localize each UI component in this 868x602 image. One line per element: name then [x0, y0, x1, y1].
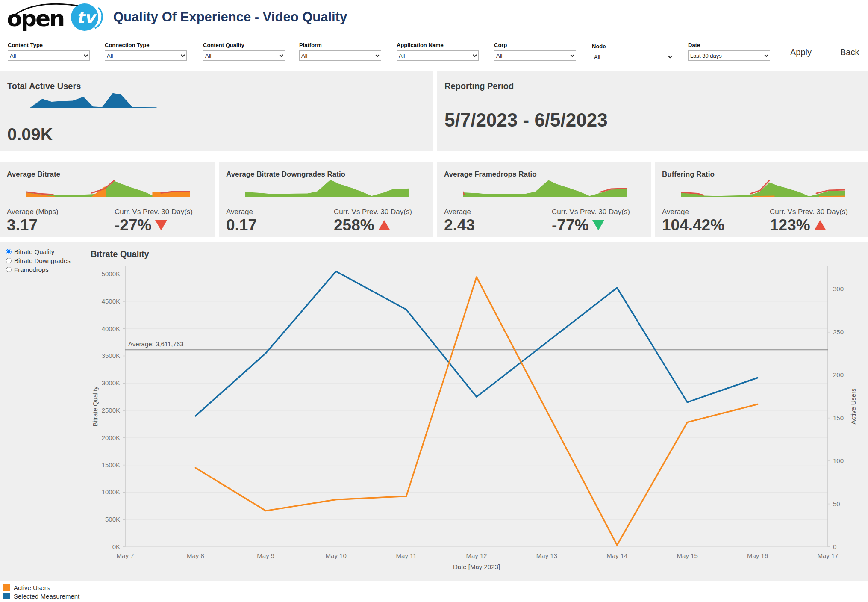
spark-area: [30, 93, 156, 108]
filter-label: Content Quality: [203, 42, 288, 48]
right-axis-title: Active Users: [850, 388, 857, 424]
avg-value: 2.43: [444, 216, 475, 234]
legend-swatch-blue: [3, 593, 10, 599]
legend-label: Selected Measurement: [14, 593, 79, 600]
filter-date: Date Last 30 days: [688, 42, 774, 61]
left-axis-tick-label: 5000K: [102, 270, 120, 277]
left-axis-tick-label: 1000K: [102, 488, 120, 496]
avg-label: Average (Mbps): [7, 208, 59, 216]
avg-label: Average: [662, 208, 689, 216]
bitrate-quality-chart: 0K500K1000K1500K2000K2500K3000K3500K4000…: [0, 242, 868, 581]
x-axis-tick-label: May 9: [257, 552, 274, 559]
application-name-select[interactable]: All: [397, 50, 479, 61]
spark-gridline: [0, 108, 433, 108]
series-line-active-users: [195, 277, 757, 545]
legend-swatch-orange: [3, 584, 10, 591]
page-title: Quality Of Experience - Video Quality: [113, 9, 347, 25]
total-active-users-sparkline: [30, 91, 163, 108]
card-title: Average Bitrate Downgrades Ratio: [226, 170, 345, 179]
spark-area: [681, 182, 845, 197]
total-active-users-value: 0.09K: [7, 125, 53, 144]
reporting-period-value: 5/7/2023 - 6/5/2023: [444, 109, 608, 131]
right-axis-tick-label: 100: [833, 457, 844, 464]
left-axis-tick-label: 2500K: [102, 407, 120, 414]
right-axis-tick-label: 150: [833, 414, 844, 422]
filter-content-type: Content Type All: [8, 42, 93, 61]
filter-label: Platform: [299, 42, 385, 48]
platform-select[interactable]: All: [299, 50, 381, 61]
left-axis-tick-label: 4500K: [102, 298, 120, 305]
filter-content-quality: Content Quality All: [203, 42, 288, 61]
spark-orange-area: [152, 192, 190, 197]
avg-label: Average: [226, 208, 253, 216]
connection-type-select[interactable]: All: [105, 50, 187, 61]
delta-label: Curr. Vs Prev. 30 Day(s): [552, 208, 630, 216]
delta-value: -27%: [115, 216, 167, 234]
avg-value: 3.17: [7, 216, 38, 234]
delta-triangle-icon: [592, 220, 604, 230]
x-axis-tick-label: May 14: [606, 552, 627, 559]
filter-corp: Corp All: [494, 42, 580, 61]
buffering-sparkline: [681, 179, 845, 197]
delta-label: Curr. Vs Prev. 30 Day(s): [334, 208, 412, 216]
content-quality-select[interactable]: All: [203, 50, 285, 61]
corp-select[interactable]: All: [494, 50, 576, 61]
spark-orange-area: [91, 186, 106, 197]
x-axis-tick-label: May 10: [326, 552, 347, 559]
reporting-period-card: Reporting Period 5/7/2023 - 6/5/2023: [437, 71, 868, 150]
right-axis-tick-label: 0: [833, 543, 836, 550]
filter-label: Application Name: [397, 42, 482, 48]
average-bitrate-card: Average Bitrate Average (Mbps) 3.17 Curr…: [0, 162, 215, 237]
average-line-label: Average: 3,611,763: [128, 340, 184, 348]
delta-value: 258%: [334, 216, 390, 234]
legend-item-active-users[interactable]: Active Users: [3, 583, 79, 592]
left-axis-tick-label: 1500K: [102, 461, 120, 469]
left-axis-tick-label: 3000K: [102, 379, 120, 387]
card-title: Total Active Users: [7, 81, 81, 91]
filter-label: Node: [592, 43, 677, 50]
left-axis-tick-label: 0K: [112, 543, 120, 550]
filter-label: Connection Type: [105, 42, 190, 48]
x-axis-title: Date [May 2023]: [453, 563, 500, 570]
card-title: Average Framedrops Ratio: [444, 170, 537, 179]
left-axis-tick-label: 3500K: [102, 352, 120, 359]
right-axis-tick-label: 300: [833, 285, 844, 292]
content-type-select[interactable]: All: [8, 50, 90, 61]
avg-value: 0.17: [226, 216, 257, 234]
filter-connection-type: Connection Type All: [105, 42, 190, 61]
framedrops-ratio-card: Average Framedrops Ratio Average 2.43 Cu…: [437, 162, 651, 237]
x-axis-tick-label: May 12: [466, 552, 487, 559]
spark-area: [463, 180, 627, 197]
logo-text-open: open: [7, 6, 64, 31]
right-axis-tick-label: 250: [833, 328, 844, 336]
right-axis-tick-label: 50: [833, 500, 840, 508]
apply-button[interactable]: Apply: [788, 47, 814, 58]
left-axis-title: Bitrate Quality: [91, 386, 99, 427]
filter-label: Date: [688, 42, 774, 48]
back-button[interactable]: Back: [838, 47, 862, 58]
card-title: Reporting Period: [444, 81, 514, 91]
legend-label: Active Users: [14, 584, 50, 591]
x-axis-tick-label: May 17: [817, 552, 838, 559]
avg-label: Average: [444, 208, 471, 216]
x-axis-tick-label: May 16: [747, 552, 768, 559]
opentv-logo: open tv: [6, 2, 105, 32]
left-axis-tick-label: 2000K: [102, 434, 120, 441]
right-axis-tick-label: 200: [833, 371, 844, 378]
date-select[interactable]: Last 30 days: [688, 50, 770, 61]
filter-node: Node All: [592, 43, 677, 62]
delta-label: Curr. Vs Prev. 30 Day(s): [115, 208, 193, 216]
spark-gridline: [0, 121, 433, 121]
legend-item-selected-measurement[interactable]: Selected Measurement: [3, 592, 79, 600]
delta-triangle-icon: [814, 220, 826, 230]
delta-triangle-icon: [378, 220, 390, 230]
spark-area: [245, 180, 409, 197]
filter-label: Content Type: [8, 42, 93, 48]
left-axis-tick-label: 500K: [105, 516, 120, 523]
chart-legend: Active Users Selected Measurement: [3, 583, 79, 600]
x-axis-tick-label: May 15: [677, 552, 698, 559]
node-select[interactable]: All: [592, 52, 674, 62]
delta-value: -77%: [552, 216, 604, 234]
filter-label: Corp: [494, 42, 580, 48]
avg-value: 104.42%: [662, 216, 724, 234]
